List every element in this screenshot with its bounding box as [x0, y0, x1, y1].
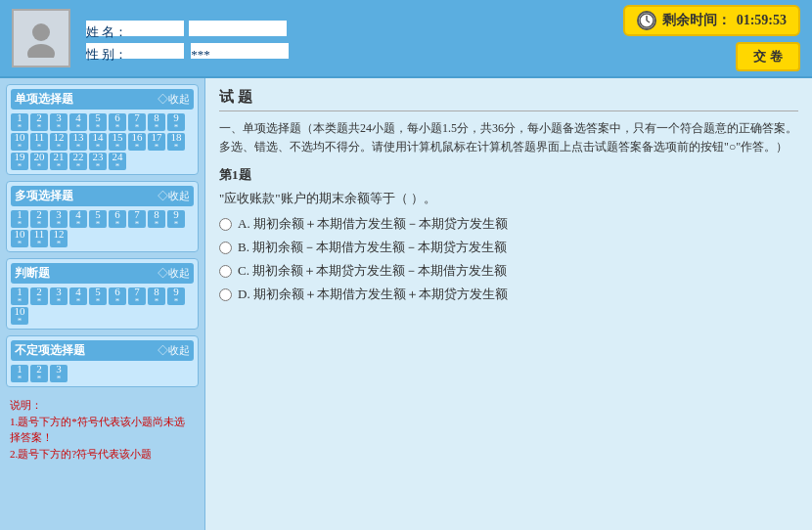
timer-label: 剩余时间：	[662, 12, 731, 29]
left-panel: 单项选择题◇收起1*2*3*4*5*6*7*8*9*10*11*12*13*14…	[0, 78, 205, 530]
question-num-multi-10[interactable]: 10*	[11, 230, 28, 247]
timer-value: 01:59:53	[737, 13, 787, 28]
radio-option-B[interactable]	[219, 242, 232, 254]
question-num-uncertain-2[interactable]: 2*	[30, 365, 48, 382]
question-num-multi-3[interactable]: 3*	[50, 210, 68, 228]
section-header-uncertain: 不定项选择题◇收起	[11, 340, 194, 361]
option-C[interactable]: C. 期初余额＋本期贷方发生额－本期借方发生额	[219, 262, 798, 280]
section-description: 一、单项选择题（本类题共24小题，每小题1.5分，共36分，每小题备选答案中，只…	[219, 119, 798, 156]
question-num-single-7[interactable]: 7*	[128, 113, 146, 131]
question-num-single-3[interactable]: 3*	[50, 113, 68, 131]
timer-area: 剩余时间： 01:59:53 交 卷	[623, 5, 800, 71]
question-num-judge-10[interactable]: 10*	[11, 307, 28, 325]
exam-panel: 试 题 一、单项选择题（本类题共24小题，每小题1.5分，共36分，每小题备选答…	[205, 78, 812, 530]
question-num-single-18[interactable]: 18*	[167, 133, 185, 151]
question-num-single-5[interactable]: 5*	[89, 113, 107, 131]
option-D[interactable]: D. 期初余额＋本期借方发生额＋本期贷方发生额	[219, 286, 798, 303]
option-B[interactable]: B. 期初余额－本期借方发生额－本期贷方发生额	[219, 239, 798, 256]
section-multi: 多项选择题◇收起1*2*3*4*5*6*7*8*9*10*11*12*	[6, 181, 199, 252]
question-num-single-19[interactable]: 19*	[11, 153, 28, 170]
question-num-single-9[interactable]: 9*	[167, 113, 185, 131]
question-num-single-8[interactable]: 8*	[148, 113, 165, 131]
options-list: A. 期初余额＋本期借方发生额－本期贷方发生额B. 期初余额－本期借方发生额－本…	[219, 215, 798, 303]
option-text-C: C. 期初余额＋本期贷方发生额－本期借方发生额	[238, 262, 507, 280]
collapse-link-uncertain[interactable]: ◇收起	[158, 343, 190, 358]
question-num-single-16[interactable]: 16*	[128, 133, 146, 151]
question-num-uncertain-3[interactable]: 3*	[50, 365, 68, 382]
section-title-single: 单项选择题	[15, 91, 73, 108]
question-num-single-21[interactable]: 21*	[50, 153, 68, 170]
question-num-judge-8[interactable]: 8*	[148, 287, 165, 305]
gender-label: 性 别：	[86, 43, 184, 59]
header: 姓 名： 性 别： *** 剩余时间： 01:59:53 交 卷	[0, 0, 812, 78]
radio-option-C[interactable]	[219, 265, 232, 278]
option-text-B: B. 期初余额－本期借方发生额－本期贷方发生额	[238, 239, 507, 256]
question-text: "应收账款"账户的期末余额等于（ ）。	[219, 190, 798, 207]
section-single: 单项选择题◇收起1*2*3*4*5*6*7*8*9*10*11*12*13*14…	[6, 84, 199, 175]
question-num-judge-7[interactable]: 7*	[128, 287, 146, 305]
question-num-single-10[interactable]: 10*	[11, 133, 28, 151]
collapse-link-single[interactable]: ◇收起	[158, 92, 190, 107]
question-num-single-17[interactable]: 17*	[148, 133, 165, 151]
question-num-multi-1[interactable]: 1*	[11, 210, 28, 228]
svg-point-0	[32, 23, 50, 41]
collapse-link-multi[interactable]: ◇收起	[158, 189, 190, 203]
question-num-multi-8[interactable]: 8*	[148, 210, 165, 228]
option-text-A: A. 期初余额＋本期借方发生额－本期贷方发生额	[238, 215, 508, 233]
question-num-judge-5[interactable]: 5*	[89, 287, 107, 305]
question-num-judge-1[interactable]: 1*	[11, 287, 28, 305]
question-num-single-15[interactable]: 15*	[109, 133, 126, 151]
question-num-judge-6[interactable]: 6*	[109, 287, 126, 305]
question-num-multi-9[interactable]: 9*	[167, 210, 185, 228]
question-num-judge-3[interactable]: 3*	[50, 287, 68, 305]
question-num-multi-4[interactable]: 4*	[69, 210, 87, 228]
section-judge: 判断题◇收起1*2*3*4*5*6*7*8*9*10*	[6, 258, 199, 330]
num-grid-single: 1*2*3*4*5*6*7*8*9*10*11*12*13*14*15*16*1…	[11, 113, 194, 170]
option-A[interactable]: A. 期初余额＋本期借方发生额－本期贷方发生额	[219, 215, 798, 233]
question-num-single-6[interactable]: 6*	[109, 113, 126, 131]
svg-point-1	[27, 44, 55, 58]
note-line: 1.题号下方的*符号代表该小题尚未选择答案！	[10, 414, 195, 446]
question-num-single-22[interactable]: 22*	[69, 153, 87, 170]
question-num-multi-11[interactable]: 11*	[30, 230, 48, 247]
exam-title: 试 题	[219, 88, 798, 111]
question-number: 第1题	[219, 166, 798, 184]
section-header-judge: 判断题◇收起	[11, 263, 194, 284]
question-num-judge-9[interactable]: 9*	[167, 287, 185, 305]
question-num-multi-2[interactable]: 2*	[30, 210, 48, 228]
question-num-single-4[interactable]: 4*	[69, 113, 87, 131]
num-grid-multi: 1*2*3*4*5*6*7*8*9*10*11*12*	[11, 210, 194, 247]
question-num-single-12[interactable]: 12*	[50, 133, 68, 151]
radio-option-A[interactable]	[219, 218, 232, 231]
question-num-multi-12[interactable]: 12*	[50, 230, 68, 247]
section-header-multi: 多项选择题◇收起	[11, 186, 194, 206]
section-title-multi: 多项选择题	[15, 188, 73, 204]
notes-area: 说明： 1.题号下方的*符号代表该小题尚未选择答案！2.题号下方的?符号代表该小…	[6, 393, 199, 465]
question-num-single-24[interactable]: 24*	[109, 153, 126, 170]
question-num-multi-6[interactable]: 6*	[109, 210, 126, 228]
name-label: 姓 名：	[86, 21, 184, 36]
question-num-uncertain-1[interactable]: 1*	[11, 365, 28, 382]
question-num-single-20[interactable]: 20*	[30, 153, 48, 170]
num-grid-uncertain: 1*2*3*	[11, 365, 194, 382]
avatar	[12, 9, 70, 67]
name-value	[189, 21, 287, 36]
collapse-link-judge[interactable]: ◇收起	[158, 266, 190, 281]
question-num-multi-7[interactable]: 7*	[128, 210, 146, 228]
user-info: 姓 名： 性 别： ***	[82, 16, 289, 62]
question-num-single-13[interactable]: 13*	[69, 133, 87, 151]
gender-value: ***	[191, 43, 289, 59]
question-num-judge-4[interactable]: 4*	[69, 287, 87, 305]
option-text-D: D. 期初余额＋本期借方发生额＋本期贷方发生额	[238, 286, 508, 303]
submit-button[interactable]: 交 卷	[736, 42, 800, 71]
question-num-single-11[interactable]: 11*	[30, 133, 48, 151]
question-num-single-1[interactable]: 1*	[11, 113, 28, 131]
question-num-single-2[interactable]: 2*	[30, 113, 48, 131]
timer-box: 剩余时间： 01:59:53	[623, 5, 800, 36]
section-title-judge: 判断题	[15, 265, 50, 282]
question-num-single-14[interactable]: 14*	[89, 133, 107, 151]
question-num-multi-5[interactable]: 5*	[89, 210, 107, 228]
question-num-single-23[interactable]: 23*	[89, 153, 107, 170]
question-num-judge-2[interactable]: 2*	[30, 287, 48, 305]
radio-option-D[interactable]	[219, 288, 232, 301]
